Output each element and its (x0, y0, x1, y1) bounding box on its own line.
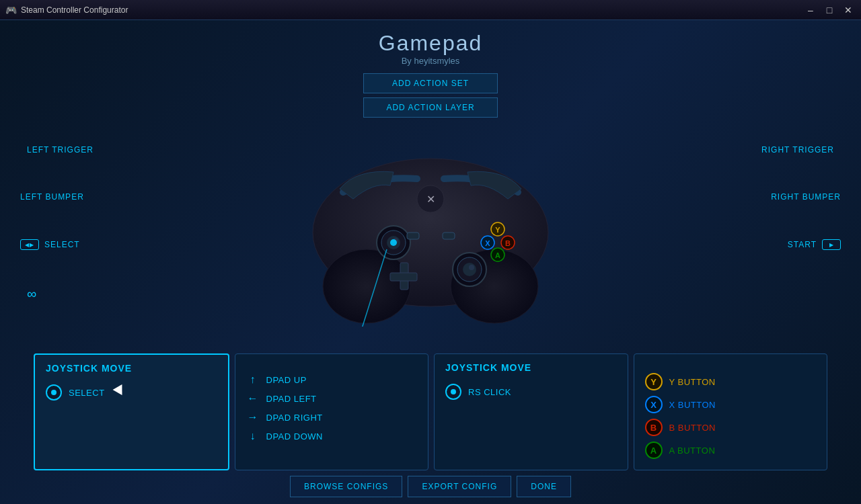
a-button-item[interactable]: A A BUTTON (645, 439, 817, 462)
dpad-left-icon: ← (246, 392, 260, 405)
controller-area: LEFT TRIGGER RIGHT TRIGGER LEFT BUMPER R… (0, 125, 861, 504)
y-button-label: Y BUTTON (669, 377, 716, 387)
x-button-icon: X (645, 396, 663, 413)
left-stick-panel-title: JOYSTICK MOVE (46, 363, 217, 374)
left-trigger-label: LEFT TRIGGER (27, 145, 93, 155)
svg-point-15 (463, 263, 476, 276)
select-label: ◀▶ SELECT (20, 239, 80, 250)
export-config-button[interactable]: EXPORT CONFIG (408, 476, 511, 497)
header: Gamepad By heyitsmyles ADD ACTION SET AD… (363, 20, 498, 120)
svg-text:A: A (495, 251, 500, 259)
buttons-panel: Y Y BUTTON X X BUTTON B B BUTTON A A BUT… (634, 353, 828, 470)
done-button[interactable]: DONE (517, 476, 571, 497)
close-button[interactable]: ✕ (841, 3, 856, 17)
a-button-icon: A (645, 442, 663, 459)
b-button-item[interactable]: B B BUTTON (645, 416, 817, 439)
svg-rect-12 (443, 233, 455, 239)
svg-text:Y: Y (495, 226, 500, 234)
browse-configs-button[interactable]: BROWSE CONFIGS (290, 476, 402, 497)
dpad-right-icon: → (246, 411, 260, 424)
dpad-left-item[interactable]: ← DPAD LEFT (246, 389, 418, 408)
bottom-panels: JOYSTICK MOVE SELECT ↑ DPAD UP (0, 353, 861, 470)
dpad-right-item[interactable]: → DPAD RIGHT (246, 408, 418, 427)
joystick-select-icon (46, 384, 62, 401)
footer: BROWSE CONFIGS EXPORT CONFIG DONE (0, 476, 861, 497)
right-stick-panel: JOYSTICK MOVE RS CLICK (434, 353, 628, 470)
svg-point-16 (469, 265, 474, 270)
svg-text:X: X (485, 239, 490, 247)
dpad-up-label: DPAD UP (266, 375, 307, 385)
title-bar-controls: – □ ✕ (803, 3, 856, 17)
left-stick-panel: JOYSTICK MOVE SELECT (34, 353, 229, 470)
dpad-left-label: DPAD LEFT (266, 394, 317, 404)
b-button-icon: B (645, 419, 663, 436)
game-title: Gamepad (379, 31, 483, 56)
right-stick-panel-title: JOYSTICK MOVE (445, 362, 617, 373)
svg-rect-11 (407, 233, 419, 239)
svg-rect-10 (390, 273, 417, 281)
maximize-button[interactable]: □ (822, 3, 837, 17)
title-bar-left: 🎮 Steam Controller Configurator (5, 5, 128, 15)
x-button-label: X BUTTON (669, 400, 716, 410)
infinity-label: ∞ (27, 286, 37, 302)
right-trigger-label: RIGHT TRIGGER (761, 145, 834, 155)
title-bar: 🎮 Steam Controller Configurator – □ ✕ (0, 0, 861, 20)
main-content: Gamepad By heyitsmyles ADD ACTION SET AD… (0, 20, 861, 504)
cursor (114, 386, 125, 398)
a-button-label: A BUTTON (669, 446, 716, 456)
dpad-down-label: DPAD DOWN (266, 431, 323, 442)
start-icon: ▶ (822, 239, 841, 250)
dpad-up-icon: ↑ (246, 373, 260, 386)
select-item[interactable]: SELECT (46, 382, 217, 403)
app-title: Steam Controller Configurator (21, 5, 128, 15)
rs-click-item[interactable]: RS CLICK (445, 381, 617, 403)
add-action-layer-button[interactable]: ADD ACTION LAYER (363, 97, 498, 118)
b-button-label: B BUTTON (669, 423, 716, 433)
svg-point-26 (390, 239, 397, 246)
dpad-panel: ↑ DPAD UP ← DPAD LEFT → DPAD RIGHT ↓ DPA… (235, 353, 429, 470)
rs-click-icon (445, 384, 461, 400)
minimize-button[interactable]: – (803, 3, 818, 17)
add-action-set-button[interactable]: ADD ACTION SET (363, 73, 498, 93)
controller-image: ✕ (289, 138, 572, 327)
app-icon: 🎮 (5, 5, 17, 15)
dpad-down-item[interactable]: ↓ DPAD DOWN (246, 427, 418, 446)
select-item-label: SELECT (69, 388, 105, 398)
x-button-item[interactable]: X X BUTTON (645, 393, 817, 416)
svg-text:✕: ✕ (426, 194, 435, 205)
y-button-item[interactable]: Y Y BUTTON (645, 370, 817, 393)
svg-text:B: B (505, 239, 511, 247)
dpad-up-item[interactable]: ↑ DPAD UP (246, 370, 418, 389)
rs-click-label: RS CLICK (468, 387, 511, 397)
dpad-right-label: DPAD RIGHT (266, 413, 323, 423)
game-author: By heyitsmyles (402, 56, 460, 66)
start-label: START ▶ (788, 239, 841, 250)
select-icon: ◀▶ (20, 239, 39, 250)
y-button-icon: Y (645, 373, 663, 390)
right-bumper-label: RIGHT BUMPER (771, 192, 841, 202)
dpad-down-icon: ↓ (246, 429, 260, 443)
left-bumper-label: LEFT BUMPER (20, 192, 84, 202)
